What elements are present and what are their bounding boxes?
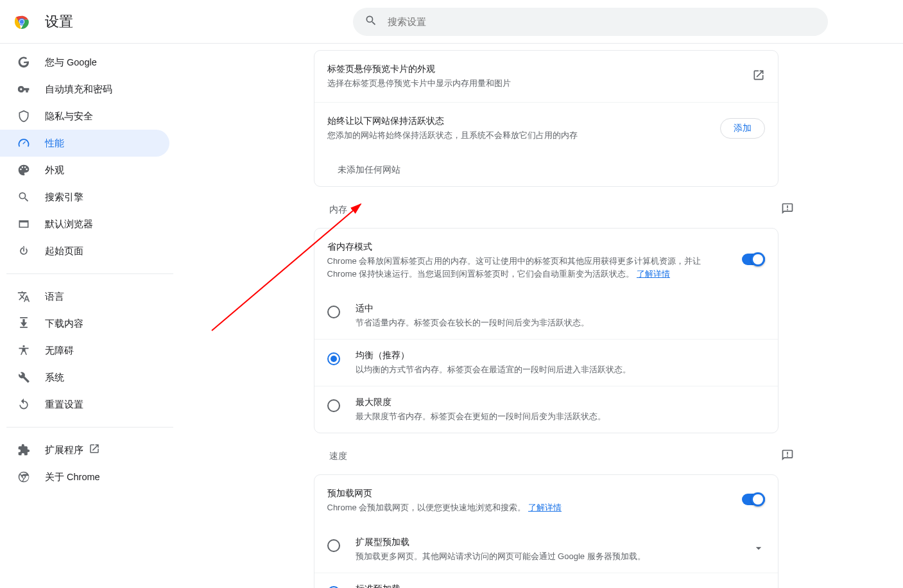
sidebar-item-label: 语言 — [45, 291, 64, 303]
option-title: 标准预加载 — [356, 584, 744, 588]
search-input[interactable] — [388, 16, 816, 27]
sidebar-item-performance[interactable]: 性能 — [0, 130, 169, 157]
sidebar-item-accessibility[interactable]: 无障碍 — [0, 337, 169, 364]
extension-icon — [17, 443, 31, 457]
page-title: 设置 — [45, 12, 353, 31]
row-title: 标签页悬停预览卡片的外观 — [327, 62, 739, 76]
card-hover-cards: 标签页悬停预览卡片的外观 选择在标签页悬停预览卡片中显示内存用量和图片 始终让以… — [314, 50, 778, 187]
section-header-speed: 速度 — [329, 449, 794, 464]
learn-more-link[interactable]: 了解详情 — [637, 269, 670, 279]
option-subtitle: 节省适量内存。标签页会在较长的一段时间后变为非活跃状态。 — [356, 317, 765, 329]
radio-option-balanced[interactable]: 均衡（推荐） 以均衡的方式节省内存。标签页会在最适宜的一段时间后进入非活跃状态。 — [314, 339, 778, 386]
radio-button[interactable] — [327, 539, 340, 552]
open-in-new-icon — [89, 443, 100, 457]
chrome-logo-icon — [13, 13, 31, 31]
sidebar-item-label: 默认浏览器 — [45, 218, 93, 230]
option-title: 扩展型预加载 — [356, 537, 744, 548]
magnify-icon — [17, 190, 31, 204]
google-g-icon — [17, 55, 31, 69]
sidebar-item-on-startup[interactable]: 起始页面 — [0, 238, 169, 264]
speedometer-icon — [17, 136, 31, 150]
sidebar-item-default-browser[interactable]: 默认浏览器 — [0, 211, 169, 238]
empty-list-message: 未添加任何网站 — [314, 154, 778, 186]
setting-row-memory-saver: 省内存模式 Chrome 会释放闲置标签页占用的内存。这可让使用中的标签页和其他… — [314, 229, 778, 293]
row-title: 预加载网页 — [327, 487, 729, 500]
sidebar-item-label: 性能 — [45, 137, 64, 150]
open-in-new-icon — [752, 69, 765, 84]
sidebar-item-search-engine[interactable]: 搜索引擎 — [0, 184, 169, 211]
sidebar-item-languages[interactable]: 语言 — [0, 283, 169, 310]
svg-point-2 — [20, 19, 24, 23]
sidebar-item-about[interactable]: 关于 Chrome — [0, 463, 169, 490]
option-subtitle: 预加载更多网页。其他网站请求访问的网页可能会通过 Google 服务器预加载。 — [356, 551, 744, 562]
radio-option-standard-preload[interactable]: 标准预加载 预加载您访问的部分网页 — [314, 573, 778, 588]
chevron-down-icon[interactable] — [752, 542, 765, 557]
divider — [6, 427, 173, 428]
section-title: 速度 — [329, 451, 347, 462]
sidebar-item-label: 搜索引擎 — [45, 191, 83, 203]
sidebar-item-reset[interactable]: 重置设置 — [0, 391, 169, 418]
palette-icon — [17, 163, 31, 177]
chrome-outline-icon — [17, 470, 31, 484]
sidebar-item-privacy[interactable]: 隐私与安全 — [0, 103, 169, 130]
sidebar-item-label: 外观 — [45, 164, 64, 177]
accessibility-icon — [17, 343, 31, 358]
sidebar-item-you-and-google[interactable]: 您与 Google — [0, 49, 169, 76]
option-title: 适中 — [356, 303, 765, 315]
radio-button[interactable] — [327, 352, 340, 365]
sidebar-item-label: 扩展程序 — [45, 444, 83, 456]
wrench-icon — [17, 370, 31, 385]
sidebar-item-label: 您与 Google — [45, 56, 97, 69]
sidebar-item-downloads[interactable]: 下载内容 — [0, 310, 169, 337]
sidebar-item-appearance[interactable]: 外观 — [0, 157, 169, 184]
radio-option-maximum[interactable]: 最大限度 最大限度节省内存。标签页会在更短的一段时间后变为非活跃状态。 — [314, 386, 778, 433]
sidebar-item-label: 系统 — [45, 372, 64, 384]
section-header-memory: 内存 — [329, 202, 794, 218]
key-icon — [17, 82, 31, 96]
divider — [6, 273, 173, 274]
card-memory-saver: 省内存模式 Chrome 会释放闲置标签页占用的内存。这可让使用中的标签页和其他… — [314, 228, 778, 434]
option-title: 最大限度 — [356, 397, 765, 408]
shield-icon — [17, 109, 31, 123]
search-box[interactable] — [353, 8, 828, 36]
card-preload: 预加载网页 Chrome 会预加载网页，以便您更快速地浏览和搜索。 了解详情 扩… — [314, 474, 778, 588]
sidebar-item-system[interactable]: 系统 — [0, 364, 169, 391]
sidebar-item-autofill[interactable]: 自动填充和密码 — [0, 76, 169, 103]
sidebar-item-extensions[interactable]: 扩展程序 — [0, 437, 169, 463]
reset-icon — [17, 397, 31, 411]
radio-option-moderate[interactable]: 适中 节省适量内存。标签页会在较长的一段时间后变为非活跃状态。 — [314, 293, 778, 339]
setting-row-always-active: 始终让以下网站保持活跃状态 您添加的网站将始终保持活跃状态，且系统不会释放它们占… — [314, 102, 778, 154]
sidebar-item-label: 隐私与安全 — [45, 110, 93, 123]
sidebar: 您与 Google 自动填充和密码 隐私与安全 性能 外观 搜索引擎 默认浏览器… — [0, 44, 173, 588]
sidebar-item-label: 下载内容 — [45, 318, 83, 330]
option-subtitle: 最大限度节省内存。标签页会在更短的一段时间后变为非活跃状态。 — [356, 411, 765, 422]
section-title: 内存 — [329, 204, 347, 216]
radio-button[interactable] — [327, 399, 340, 412]
translate-icon — [17, 290, 31, 304]
preload-toggle[interactable] — [742, 494, 765, 505]
option-subtitle: 以均衡的方式节省内存。标签页会在最适宜的一段时间后进入非活跃状态。 — [356, 364, 765, 376]
download-icon — [17, 316, 31, 331]
feedback-icon[interactable] — [781, 202, 794, 218]
row-subtitle: Chrome 会释放闲置标签页占用的内存。这可让使用中的标签页和其他应用获得更多… — [327, 255, 729, 282]
search-icon — [365, 14, 377, 30]
sidebar-item-label: 重置设置 — [45, 399, 83, 411]
row-title: 省内存模式 — [327, 240, 729, 254]
browser-icon — [17, 217, 31, 231]
row-subtitle: 您添加的网站将始终保持活跃状态，且系统不会释放它们占用的内存 — [327, 129, 707, 143]
feedback-icon[interactable] — [781, 449, 794, 464]
row-subtitle: 选择在标签页悬停预览卡片中显示内存用量和图片 — [327, 77, 739, 91]
sidebar-item-label: 无障碍 — [45, 345, 74, 357]
sidebar-item-label: 关于 Chrome — [45, 471, 100, 483]
power-icon — [17, 244, 31, 258]
sidebar-item-label: 自动填充和密码 — [45, 83, 112, 96]
radio-option-extended-preload[interactable]: 扩展型预加载 预加载更多网页。其他网站请求访问的网页可能会通过 Google 服… — [314, 526, 778, 573]
add-button[interactable]: 添加 — [720, 118, 765, 139]
memory-saver-toggle[interactable] — [742, 254, 765, 265]
option-title: 均衡（推荐） — [356, 350, 765, 361]
row-title: 始终让以下网站保持活跃状态 — [327, 114, 707, 128]
learn-more-link[interactable]: 了解详情 — [528, 503, 562, 512]
radio-button[interactable] — [327, 306, 340, 318]
sidebar-item-label: 起始页面 — [45, 245, 83, 257]
setting-row-hover-card[interactable]: 标签页悬停预览卡片的外观 选择在标签页悬停预览卡片中显示内存用量和图片 — [314, 51, 778, 102]
